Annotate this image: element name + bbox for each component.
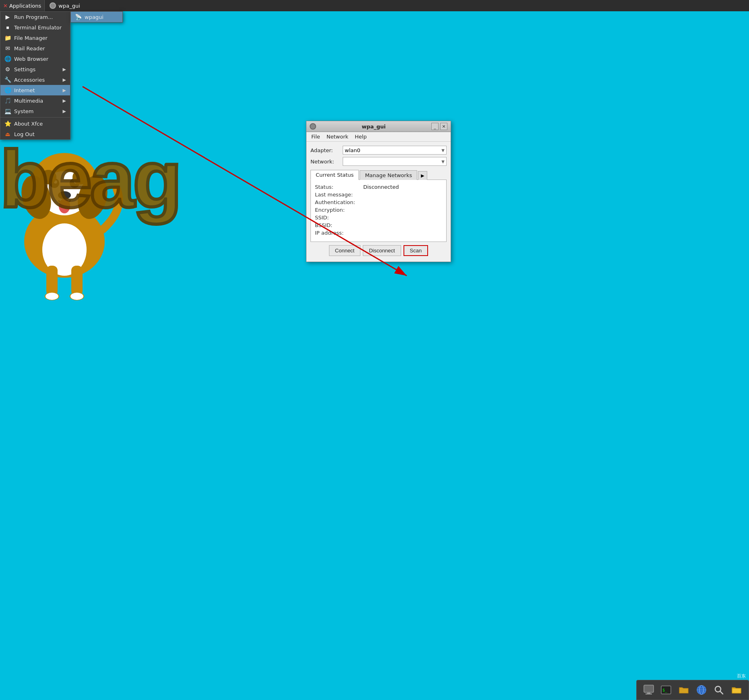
tab-manage-networks[interactable]: Manage Networks bbox=[360, 170, 417, 180]
status-lastmsg-label: Last message: bbox=[315, 192, 363, 198]
about-icon: ⭐ bbox=[4, 120, 11, 127]
scan-button[interactable]: Scan bbox=[403, 245, 428, 256]
wpa-window-title: wpa_gui bbox=[319, 124, 429, 130]
wpa-window-controls: _ ✕ bbox=[431, 123, 447, 130]
menu-item-wpagui-label: wpagui bbox=[85, 14, 103, 20]
internet-submenu: 📡 wpagui bbox=[70, 11, 123, 23]
wpa-window-icon bbox=[310, 123, 316, 130]
connect-button[interactable]: Connect bbox=[329, 245, 360, 256]
status-auth-label: Authentication: bbox=[315, 199, 363, 205]
adapter-dropdown-arrow: ▼ bbox=[441, 148, 445, 153]
window-taskbar-item[interactable]: wpa_gui bbox=[45, 0, 85, 11]
menu-item-system[interactable]: 💻 System ▶ bbox=[0, 106, 70, 116]
wpa-gui-window: wpa_gui _ ✕ File Network Help Adapter: w… bbox=[306, 121, 451, 262]
svg-rect-24 bbox=[646, 694, 652, 694]
wpa-taskbar-icon bbox=[50, 2, 56, 9]
wpa-menubar: File Network Help bbox=[306, 132, 451, 142]
wpa-menu-help[interactable]: Help bbox=[352, 133, 370, 140]
network-label: Network: bbox=[310, 159, 343, 165]
terminal-icon: ▪ bbox=[4, 24, 11, 31]
menu-item-system-label: System bbox=[14, 108, 33, 114]
menu-item-terminal-label: Terminal Emulator bbox=[14, 25, 62, 31]
status-status-row: Status: Disconnected bbox=[315, 184, 442, 190]
status-auth-row: Authentication: bbox=[315, 199, 442, 205]
wpa-titlebar: wpa_gui _ ✕ bbox=[306, 121, 451, 132]
accessories-icon: 🔧 bbox=[4, 76, 11, 83]
logout-icon: ⏏ bbox=[4, 131, 11, 137]
menu-item-log-out-label: Log Out bbox=[14, 131, 35, 137]
tab-content-current-status: Status: Disconnected Last message: Authe… bbox=[310, 180, 447, 242]
multimedia-icon: 🎵 bbox=[4, 97, 11, 104]
tab-more-button[interactable]: ▶ bbox=[418, 171, 427, 180]
adapter-row: Adapter: wlan0 ▼ bbox=[310, 146, 447, 155]
system-icon: 💻 bbox=[4, 108, 11, 114]
status-ip-row: IP address: bbox=[315, 230, 442, 236]
status-enc-label: Encryption: bbox=[315, 207, 363, 213]
tab-current-status[interactable]: Current Status bbox=[310, 170, 359, 180]
annotation-arrow bbox=[0, 0, 749, 700]
menu-item-settings[interactable]: ⚙ Settings ▶ bbox=[0, 64, 70, 74]
menu-item-settings-label: Settings bbox=[14, 66, 35, 72]
taskbar-search-icon[interactable] bbox=[712, 683, 726, 697]
wpa-tabs: Current Status Manage Networks ▶ bbox=[310, 168, 447, 180]
beagle-brand-text: beag bbox=[0, 133, 180, 225]
svg-line-33 bbox=[720, 691, 723, 694]
menu-item-about-xfce[interactable]: ⭐ About Xfce bbox=[0, 118, 70, 129]
adapter-label: Adapter: bbox=[310, 147, 343, 153]
menu-item-web-browser[interactable]: 🌐 Web Browser bbox=[0, 54, 70, 64]
file-manager-icon: 📁 bbox=[4, 35, 11, 41]
run-program-icon: ▶ bbox=[4, 14, 11, 20]
status-ssid-row: SSID: bbox=[315, 215, 442, 221]
taskbar-folder-icon[interactable] bbox=[729, 683, 744, 697]
applications-menu-button[interactable]: ✕ Applications bbox=[0, 0, 45, 11]
taskbar-desktop-icon[interactable] bbox=[641, 683, 656, 697]
wpa-close-button[interactable]: ✕ bbox=[440, 123, 447, 130]
menu-item-multimedia-label: Multimedia bbox=[14, 98, 43, 104]
taskbar-top: ✕ Applications wpa_gui bbox=[0, 0, 749, 11]
taskbar-terminal-icon[interactable]: $_ bbox=[659, 683, 673, 697]
menu-item-accessories[interactable]: 🔧 Accessories ▶ bbox=[0, 74, 70, 85]
status-bssid-row: BSSID: bbox=[315, 222, 442, 228]
wpa-minimize-button[interactable]: _ bbox=[431, 123, 439, 130]
window-taskbar-title: wpa_gui bbox=[58, 3, 80, 9]
menu-item-web-browser-label: Web Browser bbox=[14, 56, 48, 62]
settings-arrow: ▶ bbox=[63, 67, 66, 72]
status-ip-label: IP address: bbox=[315, 230, 363, 236]
menu-item-multimedia[interactable]: 🎵 Multimedia ▶ bbox=[0, 95, 70, 106]
adapter-dropdown[interactable]: wlan0 ▼ bbox=[343, 146, 447, 155]
menu-separator bbox=[0, 117, 70, 118]
menu-item-internet[interactable]: 🌐 Internet ▶ bbox=[0, 85, 70, 95]
menu-item-run-program[interactable]: ▶ Run Program... bbox=[0, 12, 70, 22]
svg-point-16 bbox=[46, 293, 58, 300]
svg-rect-12 bbox=[46, 266, 58, 296]
web-browser-icon: 🌐 bbox=[4, 56, 11, 62]
wpa-menu-file[interactable]: File bbox=[308, 133, 323, 140]
applications-menu: ▶ Run Program... ▪ Terminal Emulator 📁 F… bbox=[0, 11, 70, 140]
system-arrow: ▶ bbox=[63, 109, 66, 114]
applications-label: Applications bbox=[9, 3, 41, 9]
internet-icon: 🌐 bbox=[4, 87, 11, 93]
status-enc-row: Encryption: bbox=[315, 207, 442, 213]
menu-item-mail-reader[interactable]: ✉ Mail Reader bbox=[0, 43, 70, 54]
status-bssid-label: BSSID: bbox=[315, 222, 363, 228]
accessories-arrow: ▶ bbox=[63, 77, 66, 83]
menu-item-run-program-label: Run Program... bbox=[14, 14, 53, 20]
menu-item-wpagui[interactable]: 📡 wpagui bbox=[71, 12, 122, 22]
network-dropdown[interactable]: ▼ bbox=[343, 157, 447, 166]
menu-item-log-out[interactable]: ⏏ Log Out bbox=[0, 129, 70, 139]
wpa-menu-network[interactable]: Network bbox=[323, 133, 352, 140]
taskbar-files-icon[interactable] bbox=[677, 683, 691, 697]
taskbar-browser-icon[interactable] bbox=[694, 683, 709, 697]
menu-item-file-manager[interactable]: 📁 File Manager bbox=[0, 33, 70, 43]
menu-item-about-label: About Xfce bbox=[14, 121, 43, 127]
wpagui-icon: 📡 bbox=[75, 14, 81, 20]
status-lastmsg-row: Last message: bbox=[315, 192, 442, 198]
adapter-value: wlan0 bbox=[345, 147, 360, 153]
menu-item-terminal[interactable]: ▪ Terminal Emulator bbox=[0, 22, 70, 33]
status-status-label: Status: bbox=[315, 184, 363, 190]
disconnect-button[interactable]: Disconnect bbox=[363, 245, 401, 256]
settings-icon: ⚙ bbox=[4, 66, 11, 72]
x-icon: ✕ bbox=[3, 3, 8, 9]
svg-rect-14 bbox=[71, 266, 83, 296]
svg-point-17 bbox=[70, 293, 83, 300]
